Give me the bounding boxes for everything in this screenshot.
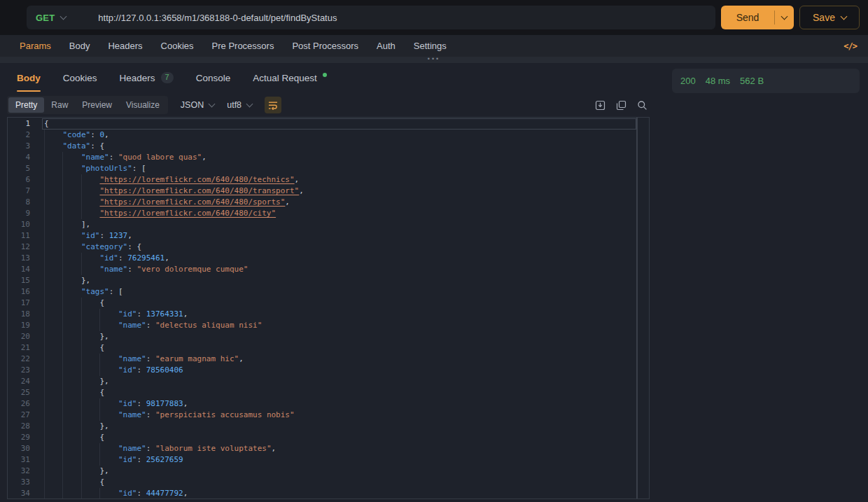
indent-guide <box>81 253 99 264</box>
line-number: 25 <box>8 387 30 398</box>
method-selector[interactable]: GET <box>27 13 76 23</box>
response-tab-cookies[interactable]: Cookies <box>63 73 97 92</box>
request-bar: GET http://127.0.0.1:3658/m1/368188-0-de… <box>0 0 868 35</box>
indent-guide <box>81 488 99 499</box>
line-number: 9 <box>8 208 30 219</box>
code-line: 10], <box>8 219 649 230</box>
view-mode-visualize[interactable]: Visualize <box>119 97 167 113</box>
response-tab-console[interactable]: Console <box>196 73 231 92</box>
tab-auth[interactable]: Auth <box>377 41 396 51</box>
indent-guide <box>44 331 62 342</box>
indent-guide <box>62 331 80 342</box>
send-dropdown-button[interactable] <box>775 17 794 19</box>
code-line-content: "id": 1237, <box>44 230 636 242</box>
tab-cookies[interactable]: Cookies <box>161 41 194 51</box>
indent-guide <box>44 466 62 477</box>
indent-guide <box>44 421 62 432</box>
indent-guide <box>62 488 80 499</box>
pane-splitter[interactable]: ••• <box>0 57 868 63</box>
code-line-content: "name": "earum magnam hic", <box>44 354 636 365</box>
tab-pre-processors[interactable]: Pre Processors <box>212 41 274 51</box>
code-line-content: }, <box>44 376 636 387</box>
indent-guide <box>62 186 80 197</box>
code-line: 6"https://loremflickr.com/640/480/techni… <box>8 174 649 186</box>
encoding-chevron-down-icon <box>246 100 253 107</box>
indent-guide <box>44 230 62 242</box>
tab-headers[interactable]: Headers <box>108 41 142 51</box>
search-icon[interactable] <box>636 99 648 111</box>
indent-guide <box>81 387 99 398</box>
copy-icon[interactable] <box>615 99 626 111</box>
tab-params[interactable]: Params <box>20 41 51 51</box>
indent-guide <box>81 298 99 309</box>
line-number: 2 <box>8 130 30 141</box>
code-line: 5"photoUrls": [ <box>8 163 649 174</box>
encoding-select-value: utf8 <box>227 100 241 110</box>
send-chevron-down-icon <box>781 13 788 20</box>
indent-guide <box>44 186 62 197</box>
indent-guide <box>44 488 62 499</box>
url-input[interactable]: http://127.0.0.1:3658/m1/368188-0-defaul… <box>98 13 337 23</box>
line-number: 27 <box>8 410 30 421</box>
code-line: 9"https://loremflickr.com/640/480/city" <box>8 208 649 219</box>
save-button[interactable]: Save <box>799 6 860 29</box>
code-line: 11"id": 1237, <box>8 230 649 242</box>
save-chevron-down-icon <box>841 13 848 20</box>
response-tab-headers[interactable]: Headers7 <box>120 72 174 92</box>
indent-guide <box>81 432 99 443</box>
code-line: 25{ <box>8 387 649 398</box>
save-button-label: Save <box>813 12 835 23</box>
headers-count-badge: 7 <box>161 72 174 83</box>
view-mode-raw[interactable]: Raw <box>44 97 75 113</box>
indent-guide <box>62 354 80 365</box>
code-line-content: "id": 76295461, <box>44 253 636 264</box>
code-line: 16"tags": [ <box>8 286 649 298</box>
send-button[interactable]: Send <box>721 6 794 29</box>
code-line-content: "https://loremflickr.com/640/480/transpo… <box>44 186 636 197</box>
line-number: 17 <box>8 298 30 309</box>
response-tab-actual-request[interactable]: Actual Request <box>253 73 327 92</box>
indent-guide <box>99 410 118 421</box>
code-line-content: "id": 25627659 <box>44 454 636 466</box>
line-number: 26 <box>8 398 30 410</box>
encoding-select[interactable]: utf8 <box>227 100 252 110</box>
indent-guide <box>62 286 80 298</box>
code-lines: 1{2"code": 0,3"data": {4"name": "quod la… <box>8 118 649 499</box>
send-button-label: Send <box>721 12 774 23</box>
tab-body[interactable]: Body <box>69 41 90 51</box>
splitter-handle-icon[interactable]: ••• <box>428 56 440 62</box>
indent-guide <box>62 443 80 454</box>
response-body-editor[interactable]: 1{2"code": 0,3"data": {4"name": "quod la… <box>7 117 650 499</box>
line-number: 1 <box>8 118 30 130</box>
indent-guide <box>44 264 62 275</box>
code-line-content: "data": { <box>44 141 636 152</box>
view-mode-pretty[interactable]: Pretty <box>8 97 44 113</box>
language-select[interactable]: JSON <box>181 100 214 110</box>
indent-guide <box>62 387 80 398</box>
word-wrap-toggle[interactable] <box>265 97 281 113</box>
indent-guide <box>44 354 62 365</box>
line-number: 12 <box>8 242 30 253</box>
indent-guide <box>44 163 62 174</box>
code-snippet-icon[interactable]: </> <box>844 41 857 51</box>
indent-guide <box>44 320 62 331</box>
code-line-content: "name": "quod labore quas", <box>44 152 636 163</box>
response-tab-body[interactable]: Body <box>17 73 41 92</box>
editor-scrollbar[interactable] <box>636 118 638 498</box>
code-line: 14"name": "vero doloremque cumque" <box>8 264 649 275</box>
indent-guide <box>62 298 80 309</box>
indent-guide <box>99 365 118 376</box>
tab-settings[interactable]: Settings <box>414 41 447 51</box>
code-line: 12"category": { <box>8 242 649 253</box>
indent-guide <box>44 208 62 219</box>
download-icon[interactable] <box>594 99 606 111</box>
code-line: 31"id": 25627659 <box>8 454 649 466</box>
response-meta: 200 48 ms 562 B <box>672 69 860 93</box>
tab-post-processors[interactable]: Post Processors <box>292 41 358 51</box>
viewer-toolbar: PrettyRawPreviewVisualize JSON utf8 <box>0 95 662 116</box>
code-line-content: { <box>44 298 636 309</box>
view-mode-preview[interactable]: Preview <box>75 97 119 113</box>
url-field[interactable]: GET http://127.0.0.1:3658/m1/368188-0-de… <box>27 6 715 29</box>
code-line-content: }, <box>44 421 636 432</box>
response-tab-label: Actual Request <box>253 73 317 83</box>
